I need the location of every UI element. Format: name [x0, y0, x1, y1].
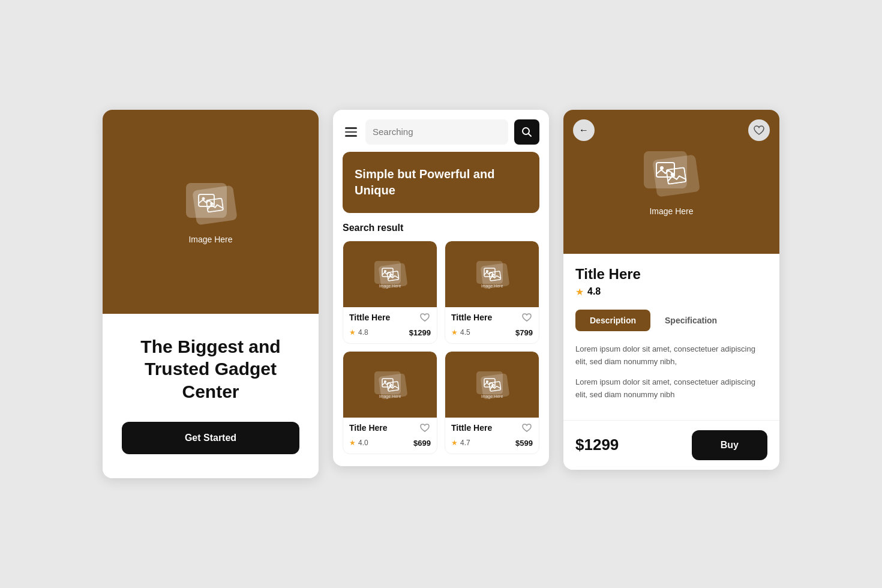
product-name: Tittle Here [451, 312, 492, 323]
svg-rect-16 [382, 379, 393, 387]
detail-image-label: Image Here [649, 206, 693, 216]
tab-description[interactable]: Description [575, 310, 650, 331]
rating-value: 4.8 [358, 328, 368, 337]
search-screen: Simple but Powerful and Unique Search re… [333, 110, 549, 466]
splash-title: The Biggest and Trusted Gadget Center [122, 335, 299, 403]
list-item: Image Here Tittle Here ★ 4.8 [343, 241, 437, 344]
star-icon: ★ [575, 286, 584, 298]
product-name: Tittle Here [451, 422, 492, 433]
rating-value: 4.0 [358, 439, 368, 447]
description-paragraph-2: Lorem ipsum dolor sit amet, consectetuer… [575, 376, 767, 401]
svg-rect-8 [382, 268, 393, 277]
search-results-title: Search result [333, 223, 549, 241]
buy-button[interactable]: Buy [692, 430, 767, 460]
product-price: $1299 [409, 328, 431, 337]
product-price: $599 [515, 439, 533, 448]
rating-value: 4.8 [587, 286, 601, 297]
svg-line-5 [529, 133, 532, 136]
product-rating: ★ 4.8 [349, 328, 368, 337]
product-rating: ★ 4.5 [451, 328, 470, 337]
splash-bottom: The Biggest and Trusted Gadget Center Ge… [103, 314, 319, 479]
products-grid: Image Here Tittle Here ★ 4.8 [333, 241, 549, 466]
get-started-button[interactable]: Get Started [122, 422, 299, 454]
favorite-button[interactable] [521, 312, 533, 325]
product-image: Image Here [445, 352, 539, 418]
product-image: Image Here [343, 352, 437, 418]
search-header [333, 110, 549, 152]
detail-rating: ★ 4.8 [575, 286, 767, 298]
back-button[interactable]: ← [573, 119, 595, 141]
search-button[interactable] [514, 119, 539, 145]
tab-specification[interactable]: Specification [650, 310, 731, 331]
tabs-row: Description Specification [575, 310, 767, 331]
product-image: Image Here [445, 241, 539, 307]
list-item: Image Here Tittle Here ★ 4.7 [445, 351, 539, 454]
banner-text: Simple but Powerful and Unique [355, 166, 527, 199]
screens-container: Image Here The Biggest and Trusted Gadge… [103, 110, 779, 479]
rating-value: 4.7 [460, 439, 470, 447]
search-input[interactable] [373, 127, 501, 137]
product-rating: ★ 4.7 [451, 439, 470, 447]
detail-price: $1299 [575, 436, 619, 454]
description-paragraph-1: Lorem ipsum dolor sit amet, consectetuer… [575, 343, 767, 368]
detail-title: Title Here [575, 266, 767, 283]
product-price: $699 [413, 439, 431, 448]
search-banner: Simple but Powerful and Unique [343, 152, 539, 213]
splash-image-icon [184, 179, 238, 227]
product-price: $799 [515, 328, 533, 337]
favorite-button[interactable] [419, 422, 431, 435]
svg-rect-12 [484, 268, 495, 277]
favorite-button[interactable] [748, 119, 770, 141]
product-name: Tittle Here [349, 312, 390, 323]
list-item: Image Here Tittle Here ★ 4.5 [445, 241, 539, 344]
product-image: Image Here [343, 241, 437, 307]
detail-footer: $1299 Buy [563, 420, 779, 470]
svg-rect-2 [199, 194, 214, 206]
rating-value: 4.5 [460, 328, 470, 337]
favorite-button[interactable] [419, 312, 431, 325]
favorite-button[interactable] [521, 422, 533, 435]
splash-image-label: Image Here [188, 235, 232, 244]
svg-rect-20 [484, 379, 495, 387]
img-card-front [186, 183, 227, 218]
detail-screen: ← Image Here Title Here ★ 4.8 Descriptio… [563, 110, 779, 470]
list-item: Image Here Title Here ★ 4.0 [343, 351, 437, 454]
splash-screen: Image Here The Biggest and Trusted Gadge… [103, 110, 319, 479]
splash-top: Image Here [103, 110, 319, 314]
search-box[interactable] [365, 119, 508, 145]
product-name: Title Here [349, 422, 388, 433]
detail-header: ← Image Here [563, 110, 779, 254]
detail-image-icon [641, 148, 701, 202]
hamburger-icon[interactable] [343, 125, 359, 139]
svg-point-25 [660, 166, 664, 170]
product-rating: ★ 4.0 [349, 439, 368, 447]
svg-rect-24 [656, 163, 674, 177]
